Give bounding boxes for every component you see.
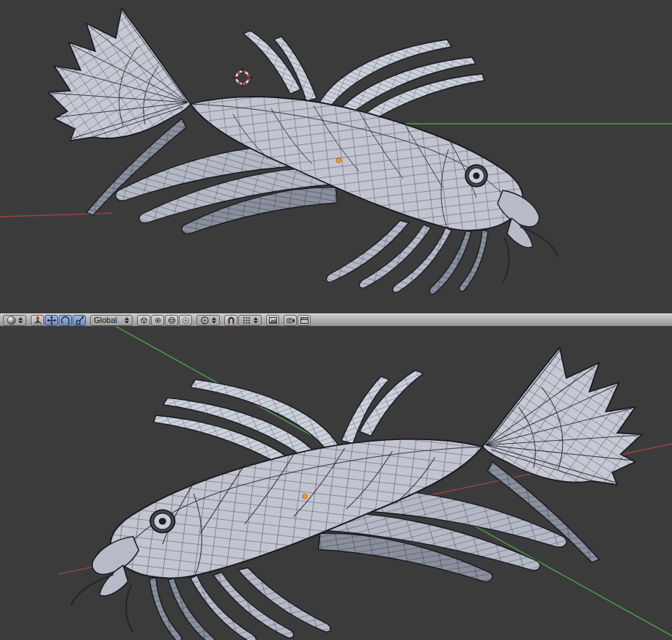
- chevron-updown-icon: [125, 317, 129, 324]
- viewport-header: Global: [0, 313, 672, 327]
- viewport-bottom-canvas[interactable]: [0, 327, 672, 640]
- blender-window: Global: [0, 0, 672, 640]
- orientation-value: Global: [94, 316, 117, 324]
- object-origin-dot: [336, 158, 341, 163]
- manipulator-rotate-button[interactable]: [59, 315, 72, 326]
- image-icon: [268, 316, 278, 325]
- cube-icon: [139, 316, 149, 325]
- rotate-icon: [61, 316, 70, 325]
- fish-model[interactable]: [48, 9, 558, 294]
- viewport-bottom[interactable]: [0, 327, 672, 640]
- cube-dot-icon: [153, 316, 163, 325]
- chevron-updown-icon: [212, 317, 216, 324]
- manipulator-toggle-button[interactable]: [31, 315, 44, 326]
- camera-icon: [286, 316, 295, 325]
- chevron-updown-icon: [254, 317, 258, 324]
- fish-model[interactable]: [70, 348, 642, 640]
- clapperboard-icon: [300, 316, 309, 325]
- viewport-shading-dropdown[interactable]: [3, 315, 26, 326]
- dotted-sphere-icon: [181, 316, 191, 325]
- proportional-circle-icon: [200, 316, 210, 325]
- opengl-render-anim-button[interactable]: [298, 315, 311, 326]
- opengl-render-group: [284, 315, 311, 326]
- pivot-sphere-button[interactable]: [165, 315, 178, 326]
- pivot-individual-centers-button[interactable]: [179, 315, 192, 326]
- proportional-edit-dropdown[interactable]: [196, 315, 220, 326]
- viewport-top-canvas[interactable]: [0, 0, 672, 313]
- snap-element-dropdown[interactable]: [238, 315, 262, 326]
- pivot-group: [137, 315, 192, 326]
- chevron-updown-icon: [18, 317, 23, 324]
- snap-group: [224, 315, 262, 326]
- opengl-render-camera-button[interactable]: [284, 315, 297, 326]
- object-origin-dot: [303, 494, 307, 499]
- snap-grid-icon: [242, 316, 251, 325]
- translate-icon: [47, 316, 56, 325]
- 3d-cursor: [233, 68, 252, 87]
- shaded-sphere-icon: [7, 316, 16, 325]
- manipulator-translate-button[interactable]: [45, 315, 58, 326]
- manipulator-scale-button[interactable]: [73, 315, 86, 326]
- pivot-bounding-box-button[interactable]: [137, 315, 150, 326]
- magnet-icon: [226, 316, 236, 325]
- manipulator-group: [31, 315, 86, 326]
- snap-toggle-button[interactable]: [224, 315, 237, 326]
- manipulator-axis-icon: [33, 316, 43, 325]
- render-preview-button[interactable]: [266, 315, 279, 326]
- viewport-top[interactable]: [0, 0, 672, 313]
- orientation-dropdown[interactable]: Global: [90, 315, 133, 326]
- pivot-median-point-button[interactable]: [151, 315, 164, 326]
- scale-icon: [75, 316, 84, 325]
- sphere-icon: [167, 316, 177, 325]
